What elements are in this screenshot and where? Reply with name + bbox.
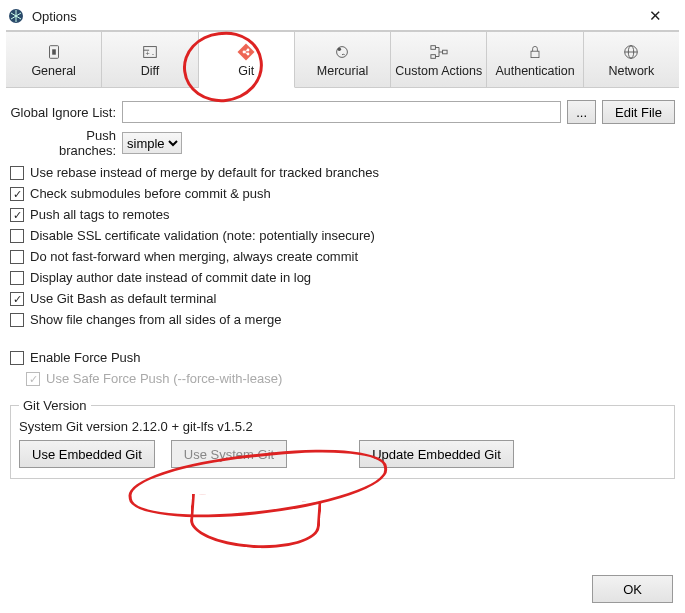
tab-label: Authentication bbox=[495, 64, 574, 78]
checkbox-label: Use rebase instead of merge by default f… bbox=[30, 164, 379, 182]
checkbox-safe-force: ✓ bbox=[26, 372, 40, 386]
checkbox-label: Do not fast-forward when merging, always… bbox=[30, 248, 358, 266]
window-title: Options bbox=[32, 9, 635, 24]
use-embedded-git-button[interactable]: Use Embedded Git bbox=[19, 440, 155, 468]
checkbox-label: Show file changes from all sides of a me… bbox=[30, 311, 281, 329]
tab-mercurial[interactable]: Mercurial bbox=[295, 31, 391, 87]
checkbox-disable-ssl[interactable] bbox=[10, 229, 24, 243]
checkbox-author-date[interactable] bbox=[10, 271, 24, 285]
app-icon bbox=[8, 8, 24, 24]
checkbox-git-bash[interactable]: ✓ bbox=[10, 292, 24, 306]
lock-icon bbox=[525, 42, 545, 62]
diff-icon: +- bbox=[140, 42, 160, 62]
mercurial-icon bbox=[332, 42, 352, 62]
edit-file-button[interactable]: Edit File bbox=[602, 100, 675, 124]
checkbox-push-tags[interactable]: ✓ bbox=[10, 208, 24, 222]
tab-diff[interactable]: +- Diff bbox=[102, 31, 198, 87]
checkbox-rebase[interactable] bbox=[10, 166, 24, 180]
tab-label: Network bbox=[608, 64, 654, 78]
ignore-list-label: Global Ignore List: bbox=[10, 105, 122, 120]
ignore-list-input[interactable] bbox=[122, 101, 561, 123]
svg-point-12 bbox=[338, 47, 342, 51]
git-icon bbox=[236, 42, 256, 62]
tab-git[interactable]: Git bbox=[199, 31, 295, 88]
tab-general[interactable]: General bbox=[6, 31, 102, 87]
globe-icon bbox=[621, 42, 641, 62]
checkbox-submodules[interactable]: ✓ bbox=[10, 187, 24, 201]
checkbox-label: Check submodules before commit & push bbox=[30, 185, 271, 203]
push-branches-label: Push branches: bbox=[10, 128, 122, 158]
svg-text:-: - bbox=[152, 48, 155, 57]
svg-text:+: + bbox=[145, 48, 149, 57]
tab-label: Custom Actions bbox=[395, 64, 482, 78]
gear-icon bbox=[44, 42, 64, 62]
update-embedded-git-button[interactable]: Update Embedded Git bbox=[359, 440, 514, 468]
svg-rect-16 bbox=[531, 51, 539, 57]
checkbox-label: Use Safe Force Push (--force-with-lease) bbox=[46, 370, 282, 388]
browse-button[interactable]: ... bbox=[567, 100, 596, 124]
checkbox-label: Use Git Bash as default terminal bbox=[30, 290, 216, 308]
git-version-group: Git Version System Git version 2.12.0 + … bbox=[10, 398, 675, 479]
svg-rect-14 bbox=[431, 54, 436, 58]
svg-rect-2 bbox=[52, 49, 56, 54]
ok-button[interactable]: OK bbox=[592, 575, 673, 603]
tab-custom-actions[interactable]: Custom Actions bbox=[391, 31, 487, 87]
tab-label: Diff bbox=[141, 64, 160, 78]
close-button[interactable]: ✕ bbox=[635, 7, 675, 25]
checkbox-label: Display author date instead of commit da… bbox=[30, 269, 311, 287]
checkbox-force-push[interactable] bbox=[10, 351, 24, 365]
annotation-circle bbox=[188, 494, 321, 553]
use-system-git-button: Use System Git bbox=[171, 440, 287, 468]
svg-rect-15 bbox=[442, 50, 447, 54]
svg-rect-7 bbox=[238, 43, 255, 60]
tab-strip: General +- Diff Git Mercurial Custom Act… bbox=[6, 30, 679, 88]
flow-icon bbox=[429, 42, 449, 62]
tab-authentication[interactable]: Authentication bbox=[487, 31, 583, 87]
git-version-legend: Git Version bbox=[19, 398, 91, 413]
checkbox-label: Push all tags to remotes bbox=[30, 206, 169, 224]
push-branches-select[interactable]: simple bbox=[122, 132, 182, 154]
svg-rect-13 bbox=[431, 45, 436, 49]
git-version-text: System Git version 2.12.0 + git-lfs v1.5… bbox=[19, 419, 666, 434]
checkbox-no-ff[interactable] bbox=[10, 250, 24, 264]
checkbox-all-sides[interactable] bbox=[10, 313, 24, 327]
tab-label: Mercurial bbox=[317, 64, 368, 78]
checkbox-label: Disable SSL certificate validation (note… bbox=[30, 227, 375, 245]
checkbox-label: Enable Force Push bbox=[30, 349, 141, 367]
tab-label: General bbox=[31, 64, 75, 78]
tab-label: Git bbox=[238, 64, 254, 78]
tab-network[interactable]: Network bbox=[584, 31, 679, 87]
